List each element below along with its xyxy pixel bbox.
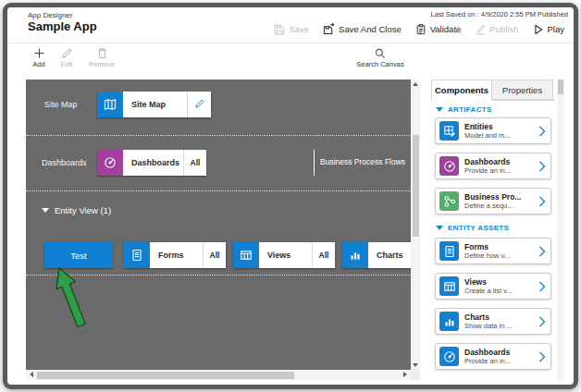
site-map-row-label: Site Map xyxy=(44,100,78,109)
chevron-right-icon xyxy=(538,196,546,207)
validate-icon xyxy=(415,24,426,35)
publish-button[interactable]: Publish xyxy=(475,24,518,35)
panel-scroll-thumb[interactable] xyxy=(558,80,563,94)
charts-tile[interactable]: Charts xyxy=(342,242,411,268)
entity-assets-section-header[interactable]: ENTITY ASSETS xyxy=(436,223,553,232)
chevron-down-icon xyxy=(436,107,443,112)
site-map-tile[interactable]: Site Map xyxy=(97,92,211,117)
save-icon xyxy=(274,24,285,35)
pencil-icon xyxy=(194,96,205,113)
search-icon xyxy=(353,48,407,59)
play-icon xyxy=(533,24,544,35)
card-charts[interactable]: Charts Show data in ... xyxy=(435,308,551,335)
app-designer-window: App Designer Sample App Last Saved on : … xyxy=(3,3,578,389)
site-map-tile-label: Site Map xyxy=(123,92,187,117)
app-designer-label: App Designer xyxy=(28,11,72,19)
charts-icon xyxy=(342,242,368,268)
card-forms[interactable]: Forms Define how u... xyxy=(435,238,551,264)
edit-site-map-button[interactable] xyxy=(187,92,211,117)
annotation-arrow xyxy=(44,264,87,329)
chevron-right-icon xyxy=(538,281,546,292)
save-button[interactable]: Save xyxy=(274,24,309,35)
views-icon xyxy=(233,242,259,268)
chevron-right-icon xyxy=(538,126,546,137)
scroll-down-arrow-icon[interactable] xyxy=(413,363,418,367)
chevron-right-icon xyxy=(538,161,546,172)
charts-icon xyxy=(439,312,459,331)
section-divider xyxy=(26,190,411,191)
card-entities[interactable]: Entities Model and m... xyxy=(435,117,551,144)
dashboards-tile[interactable]: Dashboards All xyxy=(97,150,206,176)
entity-view-header-label: Entity View (1) xyxy=(55,205,111,215)
card-subtitle: Model and m... xyxy=(464,131,511,140)
card-views[interactable]: Views Create a list v... xyxy=(435,273,551,300)
header-bar: App Designer Sample App Last Saved on : … xyxy=(7,7,574,43)
vertical-scroll-thumb[interactable] xyxy=(413,135,419,237)
bpf-divider-line xyxy=(314,150,315,176)
scroll-left-arrow-icon[interactable] xyxy=(30,372,33,377)
edit-pencil-icon xyxy=(50,47,83,59)
panel-tabs: Components Properties xyxy=(431,80,555,101)
validate-button[interactable]: Validate xyxy=(415,24,462,35)
search-canvas-button[interactable]: Search Canvas xyxy=(353,48,407,68)
business-process-icon xyxy=(439,191,459,211)
views-tile-label: Views xyxy=(259,242,312,268)
card-dashboards-artifact[interactable]: Dashboards Provide an in... xyxy=(435,153,551,179)
card-title: Dashboards xyxy=(464,348,511,357)
card-subtitle: Define how u... xyxy=(464,251,511,260)
views-icon xyxy=(439,276,459,296)
forms-icon xyxy=(124,242,150,268)
scrollbar-corner xyxy=(411,370,420,380)
last-saved-status: Last Saved on : 4/9/2020 2:55 PM Publish… xyxy=(431,10,568,18)
dashboards-row-label: Dashboards xyxy=(42,158,87,167)
trash-icon xyxy=(85,47,118,59)
chevron-down-icon xyxy=(42,208,49,213)
chevron-right-icon xyxy=(538,351,546,362)
canvas-horizontal-scrollbar[interactable] xyxy=(26,370,411,380)
scroll-up-arrow-icon[interactable] xyxy=(413,82,418,86)
forms-icon xyxy=(439,241,459,261)
charts-tile-label: Charts xyxy=(368,242,411,268)
play-button[interactable]: Play xyxy=(533,24,564,35)
views-tile[interactable]: Views All xyxy=(233,242,335,268)
dashboards-all-button[interactable]: All xyxy=(183,150,206,176)
artifacts-section-label: ARTIFACTS xyxy=(448,105,492,114)
card-title: Views xyxy=(464,277,513,287)
forms-tile-label: Forms xyxy=(150,242,203,268)
chevron-down-icon xyxy=(436,226,443,230)
card-subtitle: Create a list v... xyxy=(464,287,513,295)
entities-icon xyxy=(439,121,459,141)
card-subtitle: Provide an in... xyxy=(464,357,511,365)
save-and-close-icon xyxy=(323,23,335,35)
forms-tile[interactable]: Forms All xyxy=(124,242,226,268)
entity-view-header[interactable]: Entity View (1) xyxy=(42,205,111,215)
card-title: Entities xyxy=(464,122,511,131)
edit-button[interactable]: Edit xyxy=(50,47,83,68)
card-business-process[interactable]: Business Pro... Define a sequ... xyxy=(435,188,551,214)
artifacts-section-header[interactable]: ARTIFACTS xyxy=(436,104,553,114)
panel-vertical-scrollbar[interactable] xyxy=(557,80,564,381)
card-dashboards-asset[interactable]: Dashboards Provide an in... xyxy=(435,343,551,370)
card-title: Charts xyxy=(464,312,513,322)
forms-all-button[interactable]: All xyxy=(203,242,226,268)
scroll-right-arrow-icon[interactable] xyxy=(403,372,407,377)
card-subtitle: Define a sequ... xyxy=(464,202,521,210)
section-divider xyxy=(26,135,411,136)
save-and-close-button[interactable]: Save And Close xyxy=(323,23,402,35)
tab-properties[interactable]: Properties xyxy=(492,80,553,100)
card-subtitle: Provide an in... xyxy=(464,166,511,175)
site-map-icon xyxy=(97,92,123,117)
components-panel: Components Properties ARTIFACTS Entities… xyxy=(431,80,555,381)
views-all-button[interactable]: All xyxy=(312,242,335,268)
card-title: Business Pro... xyxy=(464,192,521,202)
chevron-right-icon xyxy=(538,316,546,327)
tab-components[interactable]: Components xyxy=(431,80,492,101)
remove-button[interactable]: Remove xyxy=(85,47,118,68)
chevron-right-icon xyxy=(538,246,546,257)
card-subtitle: Show data in ... xyxy=(464,322,513,330)
card-title: Dashboards xyxy=(464,157,511,166)
card-title: Forms xyxy=(464,242,511,251)
publish-icon xyxy=(475,24,486,35)
canvas-vertical-scrollbar[interactable] xyxy=(411,80,420,370)
horizontal-scroll-thumb[interactable] xyxy=(37,372,294,379)
